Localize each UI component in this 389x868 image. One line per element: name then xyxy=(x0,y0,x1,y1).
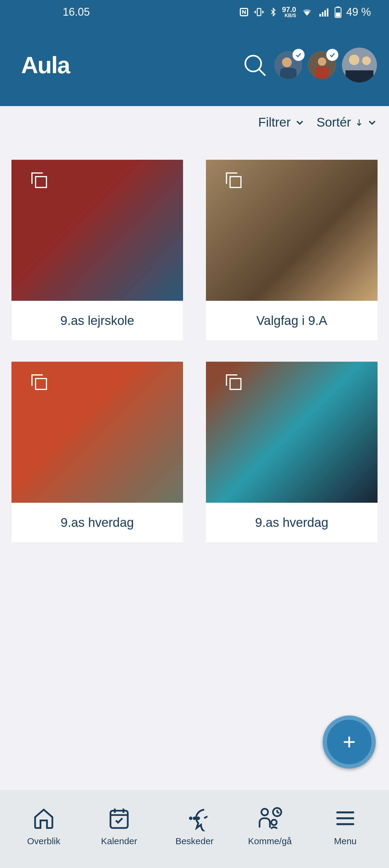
album-card[interactable]: 9.as hverdag xyxy=(206,362,378,542)
svg-rect-16 xyxy=(315,67,329,79)
signal-icon xyxy=(318,7,330,18)
nav-label: Overblik xyxy=(27,836,60,846)
nav-label: Kalender xyxy=(101,836,137,846)
profile-avatar-2[interactable] xyxy=(308,51,336,79)
album-title: 9.as hverdag xyxy=(11,503,183,542)
battery-percent: 49 % xyxy=(346,6,371,19)
nav-label: Komme/gå xyxy=(248,836,292,846)
nfc-icon xyxy=(239,7,249,18)
svg-line-39 xyxy=(277,812,279,813)
plus-icon xyxy=(341,734,357,750)
gallery-icon xyxy=(28,169,50,191)
check-badge xyxy=(326,49,338,61)
check-badge xyxy=(293,49,305,61)
nav-label: Menu xyxy=(334,836,356,846)
svg-point-34 xyxy=(198,817,199,819)
gallery-icon xyxy=(223,169,244,191)
nav-label: Beskeder xyxy=(176,836,214,846)
nav-overview[interactable]: Overblik xyxy=(6,805,82,846)
svg-rect-5 xyxy=(327,8,328,17)
gallery-icon xyxy=(223,371,244,393)
svg-rect-2 xyxy=(319,14,321,17)
svg-point-19 xyxy=(362,56,371,65)
people-clock-icon xyxy=(256,805,285,831)
album-card[interactable]: Valgfag i 9.A xyxy=(206,160,378,341)
album-title: 9.as lejrskole xyxy=(11,301,183,341)
sort-label: Sortér xyxy=(317,115,351,130)
svg-point-15 xyxy=(318,58,326,66)
album-title: 9.as hverdag xyxy=(206,503,378,542)
svg-point-9 xyxy=(245,56,262,72)
svg-rect-1 xyxy=(257,8,261,16)
svg-rect-4 xyxy=(324,10,326,17)
svg-rect-23 xyxy=(230,177,241,187)
filter-bar: Filtrer Sortér xyxy=(0,106,389,135)
svg-rect-25 xyxy=(230,378,241,390)
chevron-down-icon xyxy=(367,118,377,127)
nav-messages[interactable]: Beskeder xyxy=(157,805,232,846)
album-image xyxy=(11,362,183,503)
nav-come-go[interactable]: Komme/gå xyxy=(232,805,307,846)
svg-point-33 xyxy=(193,817,196,819)
svg-rect-3 xyxy=(322,12,323,17)
album-card[interactable]: 9.as hverdag xyxy=(11,362,183,542)
nav-calendar[interactable]: Kalender xyxy=(82,805,157,846)
app-header: Aula xyxy=(0,24,389,106)
app-logo: Aula xyxy=(21,52,70,79)
album-image xyxy=(206,160,378,301)
wifi-icon xyxy=(300,7,313,18)
nav-menu[interactable]: Menu xyxy=(307,805,383,846)
svg-point-36 xyxy=(271,820,277,825)
album-title: Valgfag i 9.A xyxy=(206,301,378,341)
svg-rect-22 xyxy=(36,177,47,187)
svg-rect-7 xyxy=(336,7,339,7)
profile-avatar-1[interactable] xyxy=(274,51,302,79)
status-time: 16.05 xyxy=(63,6,90,19)
search-icon xyxy=(242,53,267,78)
status-icons: 97.0 KB/S 49 % xyxy=(239,6,371,19)
status-bar: 16.05 97.0 KB/S xyxy=(0,0,389,24)
svg-point-18 xyxy=(349,55,359,65)
svg-line-10 xyxy=(259,69,265,76)
network-speed: 97.0 KB/S xyxy=(282,6,296,18)
battery-icon xyxy=(334,6,342,18)
calendar-icon xyxy=(106,805,132,831)
home-icon xyxy=(31,805,57,831)
album-card[interactable]: 9.as lejrskole xyxy=(11,160,183,341)
album-grid: 9.as lejrskole Valgfag i 9.A 9.as hverda… xyxy=(0,135,389,542)
album-image xyxy=(11,160,183,301)
check-icon xyxy=(329,51,336,59)
svg-point-32 xyxy=(190,817,192,819)
chat-icon xyxy=(182,805,207,831)
svg-rect-13 xyxy=(280,68,296,79)
svg-point-35 xyxy=(262,809,268,815)
check-icon xyxy=(295,51,302,59)
filter-button[interactable]: Filtrer xyxy=(258,115,304,130)
svg-rect-8 xyxy=(336,13,340,17)
menu-icon xyxy=(333,807,357,830)
bottom-nav: Overblik Kalender Beskeder xyxy=(0,789,389,868)
search-button[interactable] xyxy=(241,52,268,79)
arrow-down-icon xyxy=(355,117,363,128)
add-button[interactable] xyxy=(323,715,376,769)
svg-point-12 xyxy=(282,58,292,67)
chevron-down-icon xyxy=(295,118,305,127)
bluetooth-icon xyxy=(269,7,278,18)
gallery-icon xyxy=(28,371,50,393)
filter-label: Filtrer xyxy=(258,115,290,130)
album-image xyxy=(206,362,378,503)
avatar-image xyxy=(342,48,377,83)
vibrate-icon xyxy=(253,7,265,18)
profile-avatar-main[interactable] xyxy=(342,48,377,83)
sort-button[interactable]: Sortér xyxy=(317,115,377,130)
svg-rect-24 xyxy=(36,378,47,390)
svg-rect-20 xyxy=(346,70,373,83)
svg-rect-28 xyxy=(110,811,127,828)
